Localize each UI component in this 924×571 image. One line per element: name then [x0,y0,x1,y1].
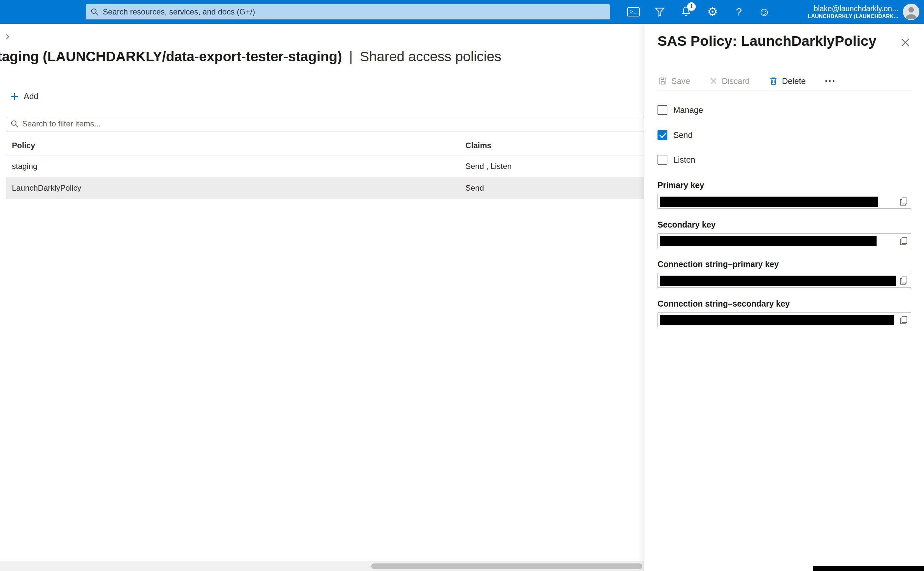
copy-icon [899,197,909,207]
account-tenant: LAUNCHDARKLY (LAUNCHDARK... [808,13,898,20]
policy-name: LaunchDarklyPolicy [12,184,81,193]
azure-portal: >_ 1 ⚙ ? ☺ blake@launchdarkly.on... LAUN… [0,0,924,571]
connection-string-secondary-label: Connection string–secondary key [658,299,911,309]
checkbox-row-manage[interactable]: Manage [658,105,703,115]
secondary-key-input[interactable] [658,233,911,248]
help-button[interactable]: ? [729,0,749,24]
search-icon [90,8,99,16]
copy-icon [899,315,909,325]
copy-button[interactable] [898,315,910,326]
redacted-value [660,236,876,246]
trash-icon [769,76,778,86]
person-icon [903,4,919,20]
cloud-shell-icon: >_ [627,7,640,17]
horizontal-scrollbar[interactable] [0,561,644,571]
copy-button[interactable] [898,235,910,247]
table-row[interactable]: staging Send , Listen [6,156,644,177]
notification-badge: 1 [687,2,696,11]
save-button-label: Save [671,76,690,86]
scrollbar-thumb[interactable] [371,563,642,569]
sas-policy-panel: SAS Policy: LaunchDarklyPolicy Save Disc… [644,24,924,571]
redacted-value [660,276,896,286]
panel-toolbar: Save Discard Delete ··· [654,73,841,89]
cloud-shell-button[interactable]: >_ [624,0,643,24]
more-button[interactable]: ··· [820,73,841,89]
listen-checkbox[interactable] [658,155,668,165]
help-icon: ? [736,6,742,17]
panel-title: SAS Policy: LaunchDarklyPolicy [658,33,876,49]
connection-string-primary-input[interactable] [658,273,911,288]
account-email: blake@launchdarkly.on... [808,4,898,13]
page-title: taging (LAUNCHDARKLY/data-export-tester-… [0,49,501,65]
redacted-value [660,197,878,207]
notifications-button[interactable]: 1 [676,0,696,24]
discard-button-label: Discard [722,76,750,86]
close-button[interactable] [898,35,912,50]
global-search-input[interactable] [103,7,606,17]
copy-button[interactable] [898,275,910,286]
send-checkbox[interactable] [658,130,668,140]
copy-icon [899,276,909,286]
copy-icon [899,236,909,246]
more-icon: ··· [825,76,836,86]
primary-key-input[interactable] [658,194,911,209]
feedback-button[interactable]: ☺ [754,0,774,24]
plus-icon [10,92,19,101]
connection-string-primary-label: Connection string–primary key [658,259,911,269]
topbar: >_ 1 ⚙ ? ☺ blake@launchdarkly.on... LAUN… [0,0,924,24]
save-icon [658,76,668,86]
discard-button[interactable]: Discard [705,74,754,89]
breadcrumb-chevron-icon[interactable] [3,33,11,42]
field-primary-key: Primary key [658,181,911,209]
save-button[interactable]: Save [654,74,695,89]
send-checkbox-label: Send [673,130,692,140]
directory-filter-button[interactable] [650,0,670,24]
field-secondary-key: Secondary key [658,220,911,248]
column-header-policy: Policy [12,141,35,150]
toolbar-divider [658,91,912,91]
policy-claims: Send [465,184,484,193]
page-title-resource: taging (LAUNCHDARKLY/data-export-tester-… [0,49,342,64]
table-row[interactable]: LaunchDarklyPolicy Send [6,177,644,199]
filter-search[interactable] [6,116,644,131]
listen-checkbox-label: Listen [673,155,695,165]
add-button[interactable]: Add [10,91,38,101]
connection-string-secondary-input[interactable] [658,313,911,327]
bottom-redacted-bar [813,566,924,571]
settings-button[interactable]: ⚙ [703,0,722,24]
page-title-blade: Shared access policies [360,49,501,64]
field-connection-string-primary: Connection string–primary key [658,259,911,288]
checkbox-row-send[interactable]: Send [658,130,692,140]
policy-name: staging [12,162,37,171]
redacted-value [660,315,894,326]
table-header: Policy Claims [6,136,644,156]
checkbox-row-listen[interactable]: Listen [658,155,695,165]
delete-button-label: Delete [782,76,806,86]
directory-filter-icon [654,6,665,17]
gear-icon: ⚙ [707,6,718,18]
search-icon [10,120,19,128]
avatar[interactable] [903,4,919,20]
secondary-key-label: Secondary key [658,220,911,230]
policies-table: Policy Claims staging Send , Listen Laun… [6,136,644,199]
manage-checkbox-label: Manage [673,105,703,115]
page-title-separator: | [349,49,353,64]
column-header-claims: Claims [465,141,491,150]
discard-x-icon [709,77,718,85]
policy-claims: Send , Listen [465,162,511,171]
add-button-label: Add [24,91,38,101]
close-icon [899,37,911,48]
manage-checkbox[interactable] [658,105,668,115]
filter-search-input[interactable] [22,119,640,128]
copy-button[interactable] [898,196,910,207]
main-content: taging (LAUNCHDARKLY/data-export-tester-… [0,24,644,571]
global-search[interactable] [86,4,610,19]
primary-key-label: Primary key [658,181,911,190]
field-connection-string-secondary: Connection string–secondary key [658,299,911,327]
delete-button[interactable]: Delete [764,74,810,89]
account-info[interactable]: blake@launchdarkly.on... LAUNCHDARKLY (L… [808,0,919,24]
smiley-icon: ☺ [758,6,771,18]
